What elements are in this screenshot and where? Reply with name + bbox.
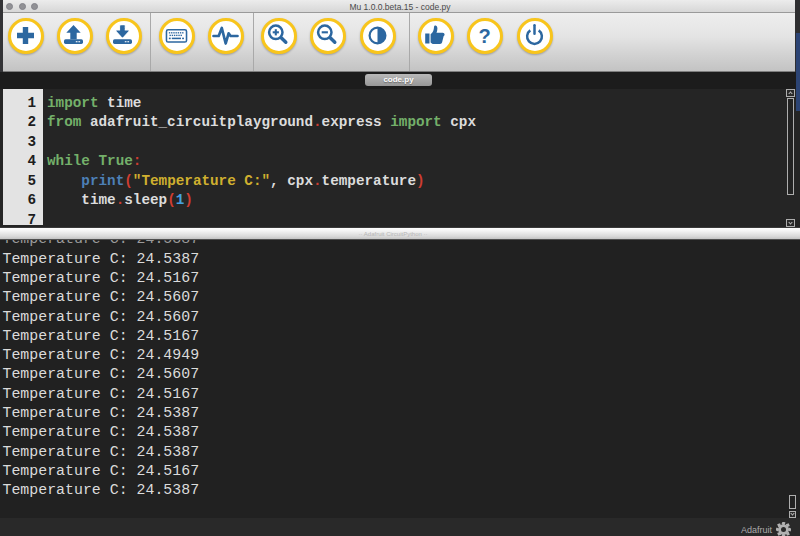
svg-text:?: ? xyxy=(478,24,490,46)
